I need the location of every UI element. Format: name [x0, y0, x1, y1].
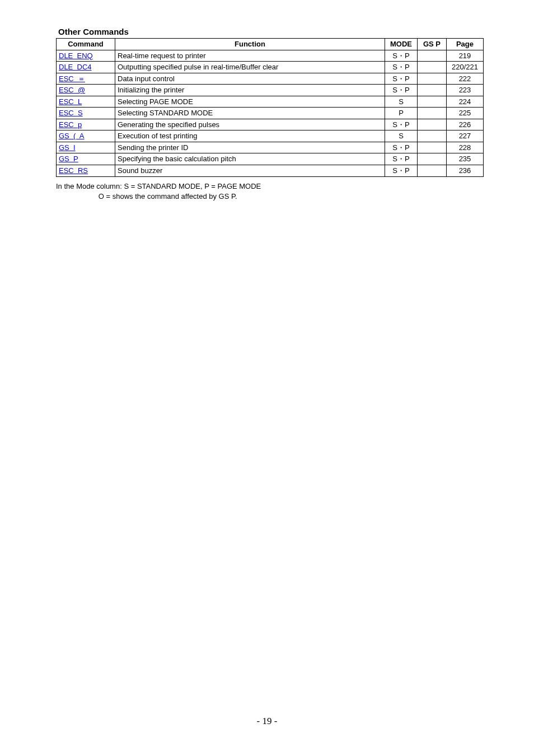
command-cell: GS ( A [57, 130, 115, 142]
function-cell: Outputting specified pulse in real-time/… [115, 62, 385, 73]
gsp-cell [418, 153, 447, 165]
command-link[interactable]: ESC RS [59, 166, 88, 175]
command-link[interactable]: GS ( A [59, 132, 85, 140]
th-page: Page [447, 39, 484, 50]
table-row: ESC RSSound buzzerS・P236 [57, 165, 484, 177]
gsp-cell [418, 85, 447, 96]
command-link[interactable]: ESC p [59, 120, 82, 129]
mode-cell: S [385, 96, 418, 108]
function-cell: Selecting STANDARD MODE [115, 108, 385, 119]
page-cell: 224 [447, 96, 484, 108]
command-link[interactable]: DLE DC4 [59, 63, 92, 71]
mode-cell: P [385, 108, 418, 119]
page-cell: 228 [447, 142, 484, 153]
th-function: Function [115, 39, 385, 50]
command-cell: ESC L [57, 96, 115, 108]
gsp-cell [418, 108, 447, 119]
function-cell: Specifying the basic calculation pitch [115, 153, 385, 165]
command-cell: DLE DC4 [57, 62, 115, 73]
th-mode: MODE [385, 39, 418, 50]
table-row: GS PSpecifying the basic calculation pit… [57, 153, 484, 165]
command-cell: ESC p [57, 119, 115, 130]
table-row: ESC @Initializing the printerS・P223 [57, 85, 484, 96]
function-cell: Sound buzzer [115, 165, 385, 177]
function-cell: Real-time request to printer [115, 50, 385, 62]
function-cell: Generating the specified pulses [115, 119, 385, 130]
mode-cell: S・P [385, 62, 418, 73]
page-cell: 226 [447, 119, 484, 130]
page-cell: 235 [447, 153, 484, 165]
mode-cell: S [385, 130, 418, 142]
page-cell: 236 [447, 165, 484, 177]
table-row: DLE ENQReal-time request to printerS・P21… [57, 50, 484, 62]
gsp-cell [418, 96, 447, 108]
page-cell: 220/221 [447, 62, 484, 73]
table-row: ESC ＝Data input controlS・P222 [57, 73, 484, 85]
function-cell: Data input control [115, 73, 385, 85]
commands-table: Command Function MODE GS P Page DLE ENQR… [56, 38, 484, 177]
gsp-cell [418, 165, 447, 177]
gsp-cell [418, 119, 447, 130]
mode-cell: S・P [385, 142, 418, 153]
page-cell: 225 [447, 108, 484, 119]
command-link[interactable]: ESC @ [59, 86, 85, 94]
function-cell: Initializing the printer [115, 85, 385, 96]
table-header-row: Command Function MODE GS P Page [57, 39, 484, 50]
function-cell: Execution of test printing [115, 130, 385, 142]
th-command: Command [57, 39, 115, 50]
page-cell: 219 [447, 50, 484, 62]
command-cell: GS I [57, 142, 115, 153]
table-row: ESC pGenerating the specified pulsesS・P2… [57, 119, 484, 130]
table-row: GS ( AExecution of test printingS227 [57, 130, 484, 142]
gsp-cell [418, 142, 447, 153]
command-link[interactable]: GS I [59, 143, 76, 152]
th-gsp: GS P [418, 39, 447, 50]
mode-cell: S・P [385, 85, 418, 96]
gsp-cell [418, 73, 447, 85]
function-cell: Selecting PAGE MODE [115, 96, 385, 108]
mode-column-note: In the Mode column: S = STANDARD MODE, P… [56, 181, 484, 203]
mode-cell: S・P [385, 50, 418, 62]
command-link[interactable]: ESC S [59, 109, 83, 117]
command-link[interactable]: ESC ＝ [59, 74, 85, 83]
command-link[interactable]: GS P [59, 155, 78, 163]
command-cell: ESC @ [57, 85, 115, 96]
command-cell: ESC RS [57, 165, 115, 177]
mode-cell: S・P [385, 73, 418, 85]
page-number: - 19 - [0, 716, 534, 727]
mode-cell: S・P [385, 165, 418, 177]
command-cell: DLE ENQ [57, 50, 115, 62]
command-link[interactable]: ESC L [59, 97, 82, 106]
table-row: DLE DC4Outputting specified pulse in rea… [57, 62, 484, 73]
command-link[interactable]: DLE ENQ [59, 52, 93, 60]
page-cell: 223 [447, 85, 484, 96]
table-row: ESC LSelecting PAGE MODES224 [57, 96, 484, 108]
section-title: Other Commands [58, 27, 484, 36]
mode-cell: S・P [385, 153, 418, 165]
command-cell: GS P [57, 153, 115, 165]
command-cell: ESC S [57, 108, 115, 119]
mode-cell: S・P [385, 119, 418, 130]
table-row: ESC SSelecting STANDARD MODEP225 [57, 108, 484, 119]
page-cell: 227 [447, 130, 484, 142]
gsp-cell [418, 50, 447, 62]
command-cell: ESC ＝ [57, 73, 115, 85]
table-row: GS ISending the printer IDS・P228 [57, 142, 484, 153]
gsp-cell [418, 62, 447, 73]
page-cell: 222 [447, 73, 484, 85]
function-cell: Sending the printer ID [115, 142, 385, 153]
gsp-cell [418, 130, 447, 142]
